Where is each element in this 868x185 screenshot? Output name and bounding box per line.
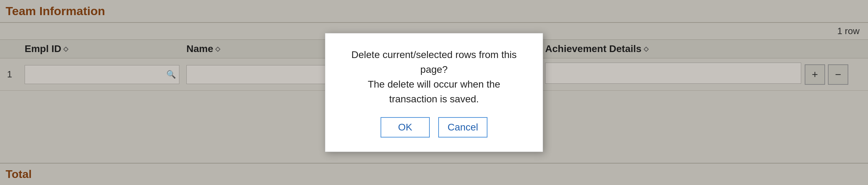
- modal-line1: Delete current/selected rows from this p…: [343, 47, 525, 77]
- modal-line2: The delete will occur when the transacti…: [343, 77, 525, 107]
- modal-dialog: Delete current/selected rows from this p…: [325, 33, 543, 152]
- modal-cancel-button[interactable]: Cancel: [438, 117, 487, 138]
- main-container: Team Information 1 row Empl ID ◇ Name ◇ …: [0, 0, 868, 185]
- modal-overlay: Delete current/selected rows from this p…: [0, 0, 868, 185]
- modal-buttons: OK Cancel: [381, 117, 487, 138]
- modal-message: Delete current/selected rows from this p…: [343, 47, 525, 107]
- modal-ok-button[interactable]: OK: [381, 117, 430, 138]
